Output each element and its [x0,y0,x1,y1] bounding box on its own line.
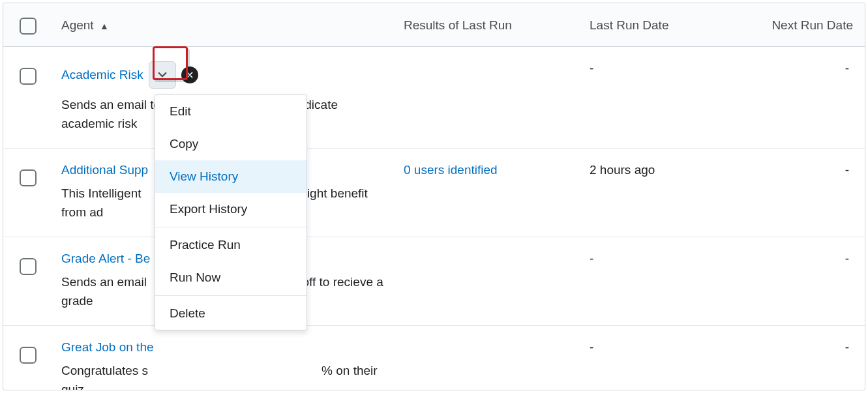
column-header-last-run[interactable]: Last Run Date [580,3,750,47]
menu-item-practice-run[interactable]: Practice Run [155,229,307,261]
column-header-next-run[interactable]: Next Run Date [750,3,865,47]
menu-item-view-history[interactable]: View History [155,160,307,193]
column-header-agent-label: Agent [61,18,94,32]
agent-name-link[interactable]: Great Job on the [61,340,154,354]
agents-table: Agent ▲ Results of Last Run Last Run Dat… [3,3,865,390]
menu-item-run-now[interactable]: Run Now [155,261,307,294]
row-checkbox[interactable] [20,258,37,275]
results-link[interactable]: 0 users identified [404,163,498,177]
next-run-cell: - [750,47,865,149]
row-checkbox[interactable] [20,169,37,186]
menu-item-export-history[interactable]: Export History [155,193,307,226]
next-run-cell: - [750,325,865,390]
table-row: Academic Risk Sends an email to the stud… [3,47,865,149]
agents-table-container: Agent ▲ Results of Last Run Last Run Dat… [3,3,865,390]
results-cell [395,237,580,325]
actions-dropdown-menu: Edit Copy View History Export History Pr… [155,95,307,330]
results-cell [395,47,580,149]
select-all-checkbox[interactable] [20,18,37,35]
menu-item-edit[interactable]: Edit [155,95,307,128]
menu-item-copy[interactable]: Copy [155,128,307,160]
agent-name-link[interactable]: Additional Supp [61,163,148,177]
results-cell [395,325,580,390]
agent-name-link[interactable]: Academic Risk [61,68,143,82]
column-header-agent[interactable]: Agent ▲ [52,3,395,47]
row-checkbox[interactable] [20,68,37,85]
table-row: Great Job on the Congratulates sxxxxxxxx… [3,325,865,390]
next-run-cell: - [750,237,865,325]
agent-description: Congratulates sxxxxxxxxxxxxxxxxxxxxxxxxx… [61,361,385,390]
row-checkbox[interactable] [20,347,37,364]
last-run-cell: - [580,47,750,149]
column-header-results[interactable]: Results of Last Run [395,3,580,47]
menu-item-delete[interactable]: Delete [155,297,307,330]
table-row: Grade Alert - Be Sends an email xxxxxxxx… [3,237,865,325]
disabled-status-icon [181,66,198,83]
last-run-cell: - [580,237,750,325]
chevron-down-icon [157,69,168,81]
menu-separator [155,295,307,296]
table-row: Additional Supp This Intelligent xxxxxxx… [3,148,865,237]
sort-asc-icon: ▲ [100,21,109,31]
agent-name-link[interactable]: Grade Alert - Be [61,252,150,265]
menu-separator [155,227,307,227]
actions-dropdown-button[interactable] [149,61,176,89]
next-run-cell: - [750,148,865,237]
last-run-cell: 2 hours ago [580,148,750,237]
last-run-cell: - [580,325,750,390]
